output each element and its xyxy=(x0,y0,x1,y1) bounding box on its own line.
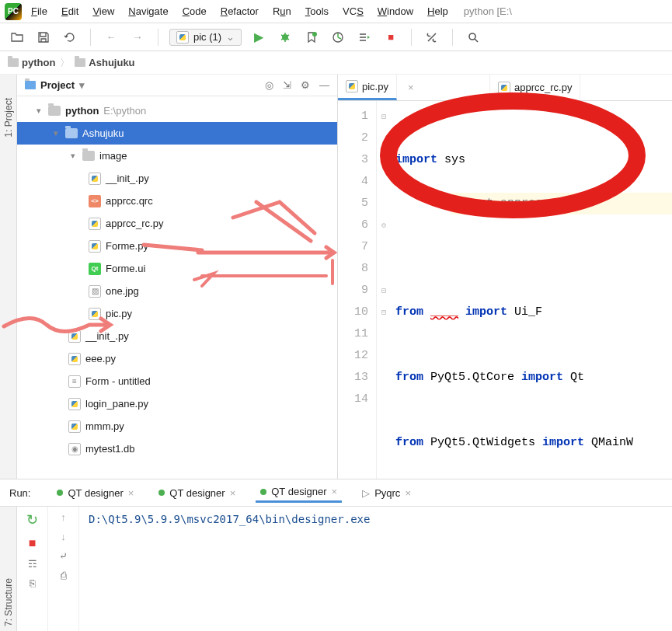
svg-point-0 xyxy=(282,34,288,40)
folder-icon xyxy=(82,151,95,161)
tree-file[interactable]: one.jpg xyxy=(17,280,337,302)
menu-view[interactable]: View xyxy=(88,2,119,20)
menu-tools[interactable]: Tools xyxy=(301,2,333,20)
tree-label: image xyxy=(99,150,127,162)
close-icon[interactable]: × xyxy=(405,487,411,499)
run-tab[interactable]: ▷Pyqrc× xyxy=(357,484,416,502)
tree-root-name: python xyxy=(65,105,99,117)
tree-file[interactable]: mmm.py xyxy=(17,415,337,438)
fold-gutter[interactable]: ⊟⊖⊟⊟ xyxy=(377,101,391,479)
concurrency-icon[interactable] xyxy=(355,28,374,47)
db-file-icon xyxy=(68,443,81,455)
forward-icon[interactable]: → xyxy=(128,28,147,47)
run-tab[interactable]: QT designer× xyxy=(52,484,138,502)
python-file-icon xyxy=(68,330,81,343)
menu-vcs[interactable]: VCS xyxy=(338,2,368,20)
layout-icon[interactable]: ☶ xyxy=(28,558,37,570)
coverage-icon[interactable] xyxy=(302,28,321,47)
refresh-icon[interactable] xyxy=(61,28,79,47)
menu-file[interactable]: File xyxy=(26,2,52,20)
open-icon[interactable] xyxy=(8,28,26,47)
project-tree[interactable]: ▾ python E:\python ▾ Ashujuku ▾ image __… xyxy=(17,96,337,479)
code-content[interactable]: import sys import apprcc_rc from ____ im… xyxy=(391,101,672,479)
editor-tab[interactable]: apprcc_rc.py xyxy=(490,75,580,100)
folder-icon xyxy=(8,58,19,67)
menubar: PC File Edit View Navigate Code Refactor… xyxy=(0,0,672,23)
breadcrumb: python 〉 Ashujuku xyxy=(0,51,672,75)
print-icon[interactable]: ⎙ xyxy=(61,570,67,581)
editor-tab[interactable]: pic.py xyxy=(338,75,397,100)
menu-code[interactable]: Code xyxy=(178,2,211,20)
run-icon[interactable]: ▶ xyxy=(249,28,268,47)
tree-folder-image[interactable]: ▾ image xyxy=(17,145,337,167)
tree-file[interactable]: __init_.py xyxy=(17,167,337,190)
profile-icon[interactable] xyxy=(329,28,347,47)
breadcrumb-child[interactable]: Ashujuku xyxy=(75,57,134,68)
run-vertical-toolbar-2: ↑ ↓ ⤶ ⎙ xyxy=(48,507,79,631)
svg-point-3 xyxy=(469,33,475,40)
gear-icon[interactable]: ⚙ xyxy=(301,79,310,91)
tree-file[interactable]: Form - untitled xyxy=(17,370,337,392)
down-icon[interactable]: ↓ xyxy=(61,531,66,542)
rerun-icon[interactable]: ↻ xyxy=(26,511,38,528)
stop-icon[interactable]: ■ xyxy=(381,28,400,47)
minimize-icon[interactable]: — xyxy=(319,79,329,91)
left-stripe: 1: Project xyxy=(0,75,17,479)
close-icon[interactable]: × xyxy=(332,486,338,497)
menu-edit[interactable]: Edit xyxy=(57,2,83,20)
python-file-icon xyxy=(68,353,81,365)
breadcrumb-root[interactable]: python xyxy=(8,57,55,68)
tree-file[interactable]: apprcc.qrc xyxy=(17,190,337,212)
chevron-right-icon: 〉 xyxy=(60,56,70,70)
run-tab[interactable]: QT designer× xyxy=(256,483,342,503)
chevron-down-icon: ▾ xyxy=(51,128,61,138)
project-pane-title: Project xyxy=(40,79,75,91)
run-label: Run: xyxy=(9,487,30,499)
menu-window[interactable]: Window xyxy=(373,2,418,20)
menu-run[interactable]: Run xyxy=(268,2,296,20)
editor-area: pic.py × apprcc_rc.py 123456789101112131… xyxy=(338,75,672,479)
target-icon[interactable]: ◎ xyxy=(265,79,273,91)
tree-file[interactable]: pic.py xyxy=(17,302,337,325)
close-icon[interactable]: × xyxy=(230,487,236,499)
run-config-label: pic (1) xyxy=(193,31,221,43)
run-vertical-toolbar: ↻ ■ ☶ ⎘ xyxy=(17,507,48,631)
run-output[interactable]: D:\Qt5.9\5.9.9\msvc2017_64\bin\designer.… xyxy=(79,507,672,631)
settings-icon[interactable] xyxy=(423,28,441,47)
tree-file[interactable]: apprcc_rc.py xyxy=(17,212,337,235)
code-editor[interactable]: 1234567891011121314 ⊟⊖⊟⊟ import sys impo… xyxy=(338,101,672,479)
tree-folder-ashujuku[interactable]: ▾ Ashujuku xyxy=(17,122,337,145)
tool-window-project-tab[interactable]: 1: Project xyxy=(3,98,14,138)
status-dot-icon xyxy=(158,490,165,496)
stop-icon[interactable]: ■ xyxy=(29,536,37,550)
menu-navigate[interactable]: Navigate xyxy=(124,2,172,20)
wrap-icon[interactable]: ⤶ xyxy=(59,550,68,562)
close-icon[interactable]: × xyxy=(128,487,134,499)
tree-file[interactable]: Forme.py xyxy=(17,235,337,257)
tool-window-structure-tab[interactable]: 7: Structure xyxy=(3,578,14,626)
python-file-icon xyxy=(89,173,101,185)
up-icon[interactable]: ↑ xyxy=(61,511,66,523)
tree-file[interactable]: mytest1.db xyxy=(17,438,337,460)
play-icon: ▷ xyxy=(362,487,370,499)
search-icon[interactable] xyxy=(464,28,482,47)
close-icon[interactable]: × xyxy=(408,82,414,93)
tree-file[interactable]: Forme.ui xyxy=(17,257,337,280)
tree-file[interactable]: __init_.py xyxy=(17,325,337,347)
collapse-icon[interactable]: ⇲ xyxy=(283,79,291,91)
tree-root[interactable]: ▾ python E:\python xyxy=(17,99,337,122)
run-config-selector[interactable]: pic (1) ⌄ xyxy=(169,29,242,46)
debug-icon[interactable] xyxy=(276,28,294,47)
back-icon[interactable]: ← xyxy=(102,28,120,47)
chevron-down-icon[interactable]: ▾ xyxy=(79,79,85,91)
save-icon[interactable] xyxy=(34,28,53,47)
menu-refactor[interactable]: Refactor xyxy=(216,2,263,20)
chevron-down-icon: ▾ xyxy=(34,106,44,116)
run-tab[interactable]: QT designer× xyxy=(154,484,240,502)
pin-icon[interactable]: ⎘ xyxy=(30,577,36,589)
menu-help[interactable]: Help xyxy=(423,2,453,20)
python-file-icon xyxy=(89,240,101,253)
tree-file[interactable]: login_pane.py xyxy=(17,392,337,415)
tree-file[interactable]: eee.py xyxy=(17,347,337,370)
editor-tab-hidden[interactable]: × xyxy=(397,75,490,100)
